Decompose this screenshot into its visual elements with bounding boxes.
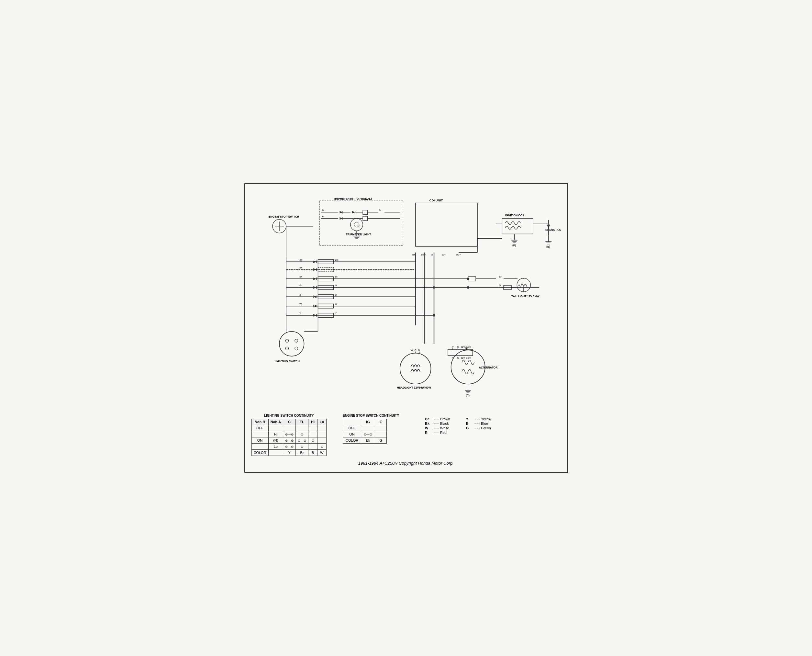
legend-item-g: G ········· Green <box>466 426 497 430</box>
svg-text:G: G <box>414 349 416 352</box>
col-header-ig: IG <box>361 419 375 425</box>
table-row-color: COLOR Y Br B W <box>252 450 327 456</box>
bottom-section: LIGHTING SWITCH CONTINUITY Nob.B Nob.A C… <box>252 414 561 456</box>
svg-text:SPARK PLUG: SPARK PLUG <box>545 228 561 232</box>
lighting-switch-continuity-title: LIGHTING SWITCH CONTINUITY <box>252 414 327 417</box>
wiring-diagram-svg: ENGINE STOP SWITCH TRIPMETER KIT (OPTION… <box>252 190 561 410</box>
col-header-hi: Hi <box>309 419 318 425</box>
svg-text:G: G <box>335 284 337 287</box>
svg-text:W: W <box>299 302 302 305</box>
table-row: OFF <box>343 425 387 431</box>
svg-text:Br: Br <box>299 275 302 278</box>
svg-text:TRIPMETER LIGHT: TRIPMETER LIGHT <box>346 233 371 236</box>
svg-text:Bk: Bk <box>412 253 415 256</box>
table-row: Lo ⊙—⊙ ⊙ ⊙ <box>252 444 327 450</box>
legend-item-y: Y ········· Yellow <box>466 417 497 421</box>
svg-text:B: B <box>335 293 337 296</box>
legend-item-w: W ········· White <box>425 426 456 430</box>
table-row: ON (N) ⊙—⊙ ⊙—⊙ ⊙ <box>252 438 327 444</box>
svg-text:ENGINE STOP SWITCH: ENGINE STOP SWITCH <box>268 215 299 218</box>
col-header-noba: Nob.A <box>268 419 283 425</box>
legend-item-bk: Bk ········· Black <box>425 422 456 425</box>
svg-text:B/Y: B/Y <box>442 253 445 256</box>
svg-text:(F): (F) <box>512 244 516 247</box>
svg-text:TRIPMETER KIT (OPTIONAL): TRIPMETER KIT (OPTIONAL) <box>333 197 372 200</box>
row-label-color: COLOR <box>252 450 268 456</box>
svg-text:G: G <box>499 284 501 287</box>
svg-text:CDI UNIT: CDI UNIT <box>429 198 443 202</box>
svg-text:TAIL LIGHT 12V 3.4W: TAIL LIGHT 12V 3.4W <box>511 295 539 298</box>
svg-text:Y: Y <box>452 356 454 359</box>
svg-text:ALTERNATOR: ALTERNATOR <box>479 366 498 369</box>
svg-text:(E): (E) <box>466 394 469 397</box>
svg-text:(E): (E) <box>546 245 550 248</box>
row-label-on: ON <box>252 438 268 444</box>
table-row: Hi ⊙—⊙ ⊙ <box>252 431 327 438</box>
svg-text:LIGHTING SWITCH: LIGHTING SWITCH <box>275 360 299 363</box>
svg-text:G: G <box>518 284 520 287</box>
row-label-n: (N) <box>268 438 283 444</box>
svg-text:B: B <box>418 349 420 352</box>
svg-text:Br: Br <box>335 275 338 278</box>
row-label-hi: Hi <box>268 431 283 438</box>
col-header-c: C <box>283 419 296 425</box>
col-header-e: E <box>375 419 387 425</box>
engine-stop-table: IG E OFF ON ⊙—⊙ C <box>343 419 387 444</box>
col-header-tl: TL <box>296 419 309 425</box>
row-label-lo: Lo <box>268 444 283 450</box>
page-container: ENGINE STOP SWITCH TRIPMETER KIT (OPTION… <box>244 183 568 473</box>
svg-text:Bk: Bk <box>299 266 302 269</box>
lighting-switch-table: Nob.B Nob.A C TL Hi Lo OFF <box>252 419 327 456</box>
col-header-lo: Lo <box>318 419 327 425</box>
svg-point-154 <box>467 286 469 289</box>
svg-text:Br: Br <box>322 215 324 218</box>
svg-text:Y: Y <box>299 312 301 315</box>
svg-text:Br: Br <box>379 209 381 212</box>
svg-text:G: G <box>431 253 433 256</box>
row-label-on: ON <box>343 431 361 438</box>
copyright-text: 1981-1984 ATC250R Copyright Honda Motor … <box>252 461 561 466</box>
row-label-off: OFF <box>343 425 361 431</box>
svg-text:IGNITION COIL: IGNITION COIL <box>505 214 525 217</box>
svg-text:Bk/R: Bk/R <box>421 253 426 256</box>
legend-item-b: B ········· Blue <box>466 422 497 425</box>
color-legend: Br ········· Brown Y ········· Yellow Bk… <box>425 417 497 435</box>
svg-text:G: G <box>299 284 301 287</box>
svg-text:Bk: Bk <box>335 258 338 261</box>
table-row: OFF <box>252 425 327 431</box>
col-header-nobb: Nob.B <box>252 419 268 425</box>
svg-text:Bk/Y: Bk/Y <box>455 253 460 256</box>
row-label-off: OFF <box>252 425 268 431</box>
svg-text:G: G <box>457 345 459 348</box>
legend-item-r: R ········· Red <box>425 431 456 435</box>
legend-item-br: Br ········· Brown <box>425 417 456 421</box>
svg-point-153 <box>433 314 435 317</box>
svg-rect-0 <box>252 195 561 406</box>
svg-point-152 <box>433 286 435 289</box>
svg-text:W: W <box>411 349 413 352</box>
svg-text:W: W <box>335 302 338 305</box>
svg-text:Br: Br <box>499 275 501 278</box>
row-label-color: COLOR <box>343 438 361 444</box>
svg-text:Br: Br <box>322 209 324 212</box>
table-row: ON ⊙—⊙ <box>343 431 387 438</box>
svg-text:HEADLIGHT 12V60W/60W: HEADLIGHT 12V60W/60W <box>397 386 431 389</box>
svg-text:Y: Y <box>335 312 337 315</box>
lighting-switch-continuity-section: LIGHTING SWITCH CONTINUITY Nob.B Nob.A C… <box>252 414 327 456</box>
svg-text:Y: Y <box>452 345 454 348</box>
svg-text:G: G <box>457 356 459 359</box>
svg-point-155 <box>467 277 469 280</box>
table-row-color: COLOR Bk G <box>343 438 387 444</box>
diagram-area: ENGINE STOP SWITCH TRIPMETER KIT (OPTION… <box>252 190 561 410</box>
svg-text:Bk: Bk <box>299 258 302 261</box>
engine-stop-switch-continuity-title: ENGINE STOP SWITCH CONTINUITY <box>343 414 399 417</box>
svg-text:B/Y Bk/R: B/Y Bk/R <box>461 356 471 359</box>
engine-stop-switch-continuity-section: ENGINE STOP SWITCH CONTINUITY IG E OFF <box>343 414 399 444</box>
svg-text:B: B <box>299 293 301 296</box>
